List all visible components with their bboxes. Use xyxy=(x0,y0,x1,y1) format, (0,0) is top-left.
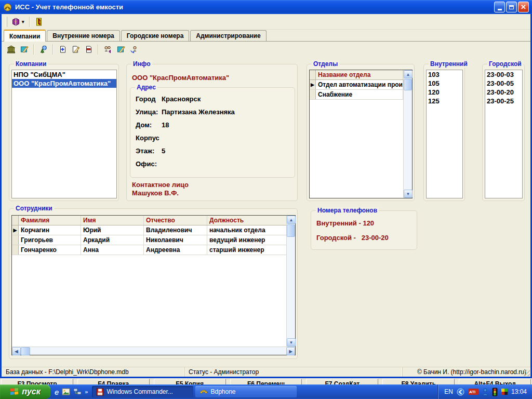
scroll-up-icon[interactable]: ▲ xyxy=(404,70,413,78)
internal-number-item[interactable]: 125 xyxy=(427,97,462,105)
record-delete-button[interactable] xyxy=(82,43,95,56)
maximize-button[interactable] xyxy=(506,2,517,12)
wc-f7-button[interactable]: F7 СоздКат xyxy=(306,379,378,384)
close-button[interactable]: ✕ xyxy=(518,2,529,12)
wc-f4-button[interactable]: F4 Правка xyxy=(77,379,150,384)
language-indicator[interactable]: EN xyxy=(444,388,453,395)
employee-surname-cell: Корчагин xyxy=(19,225,81,235)
windows-flag-icon xyxy=(10,388,19,396)
employee-surname-cell: Григорьев xyxy=(19,235,81,245)
tray-traffic-light-icon[interactable] xyxy=(492,388,498,396)
person-delete-icon xyxy=(129,45,138,54)
tab-administration[interactable]: Администрирование xyxy=(190,30,266,41)
employee-row[interactable]: Григорьев Аркадий Николаевич ведущий инж… xyxy=(12,235,295,245)
exit-door-button[interactable] xyxy=(33,16,46,28)
address-group-title: Адрес xyxy=(135,84,157,91)
page-edit-icon xyxy=(71,45,80,54)
scroll-down-icon[interactable]: ▼ xyxy=(404,190,413,198)
city-numbers-listbox: 23-00-03 23-00-05 23-00-20 23-00-25 xyxy=(485,70,523,198)
minimize-button[interactable] xyxy=(494,2,505,12)
company-list-item-selected[interactable]: ООО "КрасПромАвтоматика" xyxy=(12,79,116,88)
svg-text:?: ? xyxy=(15,20,17,24)
record-add-button[interactable] xyxy=(56,43,69,56)
tray-ati-icon[interactable]: ATI xyxy=(468,389,478,395)
statusbar-database-panel: База данных - F:\Delphi_Wrk\Dbphone.mdb xyxy=(2,367,184,377)
internal-number-item[interactable]: 105 xyxy=(427,79,462,88)
row-indicator-cell xyxy=(12,235,19,245)
help-book-icon: ? xyxy=(11,18,20,26)
tab-label: Компании xyxy=(9,33,40,40)
company-view-button[interactable] xyxy=(5,43,18,56)
address-field-street: Улица:Партизана Железняка xyxy=(136,108,235,116)
image-viewer-icon[interactable] xyxy=(62,388,70,395)
task-bdphone[interactable]: Bdphone xyxy=(195,386,297,397)
wc-f6-button[interactable]: F6 Перемещ xyxy=(230,379,302,384)
employee-name-cell: Юрий xyxy=(81,225,144,235)
wc-altf4-button[interactable]: Alt+F4 Выход xyxy=(459,379,531,384)
network-places-icon[interactable] xyxy=(73,388,82,395)
employees-vscrollbar[interactable]: ▲ ▼ xyxy=(286,216,295,347)
record-edit-button[interactable] xyxy=(69,43,82,56)
resize-grip[interactable] xyxy=(524,370,530,376)
tray-squares-icon[interactable] xyxy=(501,389,508,395)
address-field-building: Корпус xyxy=(136,134,162,142)
employees-hscrollbar[interactable]: ◀ ▶ xyxy=(12,347,295,355)
department-name-cell: Снабжение xyxy=(316,90,403,99)
building-icon xyxy=(7,45,16,54)
tab-internal-numbers[interactable]: Внутренние номера xyxy=(47,30,119,41)
employee-row[interactable]: Гончаренко Анна Андреевна старший инжене… xyxy=(12,245,295,255)
companies-listbox: НПО "СибЦМА" ООО "КрасПромАвтоматика" xyxy=(11,70,117,198)
toolbar-separator xyxy=(52,44,54,55)
person-delete-button[interactable] xyxy=(127,43,140,56)
internal-number-item[interactable]: 103 xyxy=(427,70,462,79)
scroll-thumb[interactable] xyxy=(404,79,412,90)
toolbar-separator xyxy=(33,44,34,55)
employee-row-current[interactable]: ▶ Корчагин Юрий Владиленович начальник о… xyxy=(12,225,295,235)
maximize-icon xyxy=(509,5,514,9)
quick-launch-overflow-chevron[interactable]: » xyxy=(85,389,88,395)
city-number-item[interactable]: 23-00-20 xyxy=(485,88,522,97)
employee-position-cell: начальник отдела xyxy=(207,225,286,235)
taskbar-clock[interactable]: 13:04 xyxy=(511,388,527,395)
person-add-button[interactable] xyxy=(101,43,114,56)
tray-arrow-icon[interactable] xyxy=(457,388,464,396)
company-edit-button[interactable] xyxy=(18,43,31,56)
address-field-office: Офис: xyxy=(136,160,162,168)
department-row-current[interactable]: ▶ Отдел автоматизации произ xyxy=(310,80,412,90)
city-number-item[interactable]: 23-00-03 xyxy=(485,70,522,79)
city-number-item[interactable]: 23-00-05 xyxy=(485,79,522,88)
department-row[interactable]: Снабжение xyxy=(310,90,412,100)
scroll-right-icon[interactable]: ▶ xyxy=(286,347,295,355)
person-edit-button[interactable] xyxy=(114,43,127,56)
task-label: Windows Commander... xyxy=(107,388,172,395)
field-value: 18 xyxy=(162,121,169,129)
internal-numbers-listbox: 103 105 120 125 xyxy=(426,70,463,198)
departments-vscrollbar[interactable]: ▲ ▼ xyxy=(403,70,412,198)
main-toolbar: ? ▾ xyxy=(2,14,530,30)
company-tree-button[interactable] xyxy=(37,43,50,56)
city-number-item[interactable]: 23-00-25 xyxy=(485,97,522,105)
tree-globe-icon xyxy=(39,45,48,54)
tab-city-numbers[interactable]: Городские номера xyxy=(121,30,190,41)
employees-group-title: Сотрудники xyxy=(14,205,54,212)
departments-group-title: Отделы xyxy=(312,60,339,68)
tab-companies[interactable]: Компании xyxy=(4,30,46,42)
scroll-up-icon[interactable]: ▲ xyxy=(287,216,296,224)
exit-door-icon xyxy=(35,18,44,26)
internet-explorer-icon[interactable]: e xyxy=(55,388,59,396)
scroll-left-icon[interactable]: ◀ xyxy=(12,347,21,355)
tray-messenger-icon[interactable] xyxy=(482,388,488,396)
scroll-down-icon[interactable]: ▼ xyxy=(287,338,296,347)
scroll-thumb[interactable] xyxy=(21,347,30,355)
scroll-thumb[interactable] xyxy=(287,224,295,237)
help-book-button[interactable]: ? ▾ xyxy=(9,16,26,28)
company-name-label: ООО "КрасПромАвтоматика" xyxy=(132,74,229,82)
wc-f3-button[interactable]: F3 Просмотр xyxy=(1,379,73,384)
start-button[interactable]: пуск xyxy=(0,384,50,399)
task-windows-commander[interactable]: Windows Commander... xyxy=(92,386,193,397)
internal-number-item[interactable]: 120 xyxy=(427,88,462,97)
wc-f8-button[interactable]: F8 Удалить xyxy=(382,379,455,384)
dropdown-arrow-icon: ▾ xyxy=(22,19,24,24)
wc-f5-button[interactable]: F5 Копия xyxy=(154,379,226,384)
company-list-item[interactable]: НПО "СибЦМА" xyxy=(12,70,116,79)
